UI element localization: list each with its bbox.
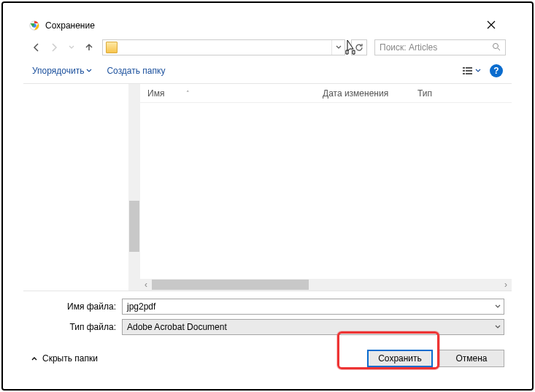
chevron-down-icon[interactable] [495, 322, 501, 332]
chevron-down-icon [475, 68, 481, 74]
column-name[interactable]: Имя ˄ [140, 88, 315, 99]
folder-tree-pane[interactable] [23, 84, 140, 291]
back-button[interactable] [29, 40, 44, 55]
view-options-button[interactable] [462, 66, 481, 76]
svg-point-2 [493, 43, 499, 48]
scrollbar-thumb[interactable] [129, 201, 139, 252]
filename-label: Имя файла: [31, 301, 122, 312]
toolbar: Упорядочить Создать папку ? [23, 58, 512, 83]
address-bar[interactable] [102, 39, 345, 55]
chevron-up-icon [31, 355, 38, 362]
chevron-down-icon[interactable] [495, 301, 501, 312]
titlebar: Сохранение [23, 15, 512, 36]
svg-rect-3 [463, 67, 465, 69]
up-button[interactable] [82, 40, 96, 55]
filename-input[interactable]: jpg2pdf [122, 299, 504, 315]
nav-row: Поиск: Articles [23, 36, 512, 58]
svg-rect-4 [466, 67, 472, 69]
svg-rect-5 [463, 70, 465, 72]
dialog-title: Сохранение [45, 20, 477, 31]
search-placeholder: Поиск: Articles [380, 42, 492, 53]
refresh-button[interactable] [351, 39, 367, 55]
organize-menu[interactable]: Упорядочить [32, 66, 92, 76]
dialog-footer: Скрыть папки Сохранить Отмена [23, 344, 512, 377]
folder-icon [106, 42, 118, 53]
new-folder-button[interactable]: Создать папку [107, 66, 165, 76]
chrome-icon [29, 20, 39, 31]
search-input[interactable]: Поиск: Articles [374, 39, 506, 55]
forward-button[interactable] [47, 40, 61, 55]
sort-indicator-icon: ˄ [186, 90, 190, 97]
filetype-value: Adobe Acrobat Document [127, 322, 227, 332]
horizontal-scrollbar[interactable]: ‹ › [140, 279, 512, 291]
save-dialog: Сохранение Поиск: Articles Упорядочить С… [23, 15, 512, 377]
file-list-pane: Имя ˄ Дата изменения Тип ‹ › [140, 84, 512, 291]
scroll-left-icon[interactable]: ‹ [140, 280, 152, 290]
help-button[interactable]: ? [490, 64, 503, 77]
filename-value: jpg2pdf [127, 301, 155, 312]
cancel-button[interactable]: Отмена [439, 350, 504, 367]
address-dropdown-icon[interactable] [331, 40, 345, 55]
scrollbar-thumb[interactable] [152, 280, 309, 290]
svg-rect-7 [463, 73, 465, 74]
search-icon [492, 42, 501, 53]
column-headers: Имя ˄ Дата изменения Тип [140, 84, 512, 103]
svg-rect-8 [466, 73, 472, 74]
column-date[interactable]: Дата изменения [315, 88, 410, 99]
file-list[interactable] [140, 103, 512, 279]
svg-rect-6 [466, 70, 472, 72]
hide-folders-toggle[interactable]: Скрыть папки [31, 353, 98, 364]
column-type[interactable]: Тип [410, 88, 512, 99]
save-form: Имя файла: jpg2pdf Тип файла: Adobe Acro… [23, 291, 512, 344]
view-icon [462, 66, 474, 76]
filetype-select[interactable]: Adobe Acrobat Document [122, 319, 504, 335]
scroll-right-icon[interactable]: › [500, 280, 512, 290]
recent-dropdown[interactable] [64, 40, 79, 55]
tree-scrollbar[interactable] [128, 84, 140, 291]
close-button[interactable] [477, 20, 506, 31]
filetype-label: Тип файла: [31, 322, 122, 332]
chevron-down-icon [86, 68, 92, 74]
save-button[interactable]: Сохранить [367, 350, 433, 367]
